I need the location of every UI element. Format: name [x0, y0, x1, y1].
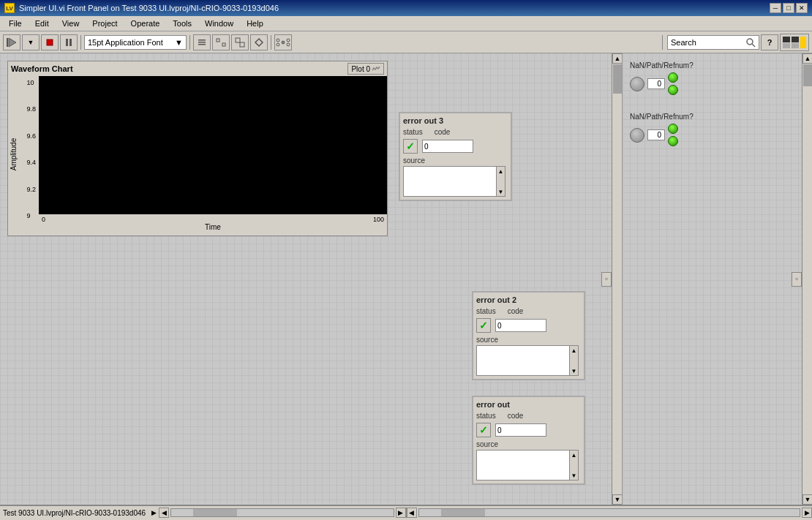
right-panel-divider[interactable]: = — [792, 272, 802, 287]
svg-rect-25 — [792, 43, 799, 48]
search-box[interactable] — [667, 35, 759, 50]
svg-rect-10 — [236, 38, 240, 42]
error-out-2-code-input[interactable] — [495, 319, 546, 332]
reorder-button[interactable] — [250, 34, 268, 50]
error-out-2-source-label: source — [476, 336, 581, 344]
menu-project[interactable]: Project — [86, 18, 123, 29]
menu-operate[interactable]: Operate — [125, 18, 166, 29]
error-out-3-values-row: ✓ — [403, 139, 508, 154]
error-out-3-code-input[interactable] — [422, 140, 473, 153]
menu-view[interactable]: View — [56, 18, 86, 29]
y-tick-9: 9 — [26, 212, 36, 219]
x-tick-100: 100 — [373, 216, 384, 223]
error-out-code-input[interactable] — [495, 423, 546, 437]
right-panel-v-scrollbar[interactable]: ▲ ▼ — [802, 53, 812, 505]
error-out-code-label: code — [508, 412, 524, 420]
error-out-scroll-down[interactable]: ▼ — [570, 471, 578, 480]
h-scroll-left-2[interactable]: ◀ — [407, 508, 417, 518]
canvas-scroll-up[interactable]: ▲ — [612, 53, 622, 64]
canvas-scroll-down[interactable]: ▼ — [612, 494, 622, 505]
svg-rect-8 — [217, 39, 219, 42]
error-out-3-source-box[interactable]: ▲ ▼ — [403, 166, 505, 197]
maximize-button[interactable]: □ — [783, 3, 794, 13]
font-name: 15pt Application Font — [88, 38, 163, 47]
plot-icon — [372, 64, 380, 73]
svg-point-19 — [747, 39, 753, 45]
abort-button[interactable] — [41, 34, 59, 50]
menu-window[interactable]: Window — [199, 18, 239, 29]
menu-file[interactable]: File — [3, 18, 28, 29]
svg-rect-5 — [198, 39, 206, 41]
svg-rect-24 — [783, 43, 790, 48]
error-out-scrollbar[interactable]: ▲ ▼ — [569, 451, 578, 480]
svg-rect-26 — [800, 37, 806, 48]
chart-body: Amplitude 10 9.8 9.6 9.4 9.2 9 — [8, 76, 387, 233]
run-arrow-button[interactable]: ▼ — [22, 34, 40, 50]
error-out-scroll-track — [570, 459, 578, 471]
error-out-2-scrollbar[interactable]: ▲ ▼ — [569, 346, 578, 375]
error-out-2-scroll-up[interactable]: ▲ — [570, 346, 578, 355]
menu-edit[interactable]: Edit — [29, 18, 55, 29]
x-axis-label: Time — [39, 223, 387, 231]
error-out-3-scroll-down[interactable]: ▼ — [497, 187, 505, 196]
minimize-button[interactable]: ─ — [770, 3, 781, 13]
nan-panel-1-knob[interactable] — [630, 77, 644, 91]
y-tick-96: 9.6 — [26, 132, 36, 140]
close-button[interactable]: ✕ — [796, 3, 808, 13]
pause-button[interactable] — [60, 34, 78, 50]
right-panel-scroll-down[interactable]: ▼ — [802, 494, 812, 505]
h-scroll-right-2[interactable]: ▶ — [802, 508, 812, 518]
run-button[interactable] — [3, 34, 20, 50]
error-out-scroll-up[interactable]: ▲ — [570, 451, 578, 459]
error-out-2-scroll-down[interactable]: ▼ — [570, 366, 578, 375]
svg-rect-3 — [66, 39, 68, 46]
help-button[interactable]: ? — [761, 34, 778, 50]
font-dropdown-arrow[interactable]: ▼ — [175, 38, 183, 47]
canvas-h-divider[interactable]: = — [601, 272, 612, 287]
nan-panel-2-led-1 — [668, 124, 678, 134]
right-panel-scroll-up[interactable]: ▲ — [802, 53, 812, 64]
path-arrow[interactable]: ▶ — [149, 508, 159, 518]
error-out-2-status-label: status — [476, 307, 496, 315]
nan-panel-2-leds — [668, 124, 678, 146]
y-axis-label: Amplitude — [10, 138, 18, 170]
h-scroll-track-right[interactable] — [418, 508, 801, 517]
chart-plot — [39, 76, 387, 214]
plot-button[interactable]: Plot 0 — [347, 63, 384, 75]
error-out-2-scroll-track — [570, 355, 578, 366]
nan-panel-1-row: 0 — [630, 72, 693, 95]
y-ticks: 10 9.8 9.6 9.4 9.2 9 — [26, 79, 36, 219]
right-panel: NaN/Path/Refnum? 0 NaN/Path/Refnum? 0 — [622, 53, 812, 505]
font-select[interactable]: 15pt Application Font ▼ — [84, 35, 187, 50]
snap-button[interactable] — [274, 34, 292, 50]
h-scroll-track-left[interactable] — [170, 508, 394, 517]
menu-tools[interactable]: Tools — [167, 18, 198, 29]
svg-rect-7 — [198, 44, 206, 45]
error-out-3-scroll-up[interactable]: ▲ — [497, 167, 505, 176]
align-button[interactable] — [193, 34, 211, 50]
h-scroll-left[interactable]: ◀ — [159, 508, 169, 518]
chart-bottom: 0 100 Time — [39, 214, 387, 233]
right-panel-scroll-thumb — [803, 64, 812, 86]
distribute-button[interactable] — [212, 34, 230, 50]
search-input[interactable] — [671, 38, 744, 47]
y-tick-98: 9.8 — [26, 105, 36, 113]
error-out-2-status-indicator: ✓ — [476, 318, 491, 333]
error-out-3-scrollbar[interactable]: ▲ ▼ — [496, 167, 505, 196]
window-title: Simpler UI.vi Front Panel on Test 9033 U… — [19, 4, 279, 12]
resize-button[interactable] — [231, 34, 249, 50]
nan-panel-1: NaN/Path/Refnum? 0 — [630, 61, 693, 95]
error-out-2-source-box[interactable]: ▲ ▼ — [476, 345, 579, 376]
toolbar: ▼ 15pt Application Font ▼ — [0, 31, 812, 53]
h-scroll-right[interactable]: ▶ — [396, 508, 406, 518]
svg-rect-4 — [69, 39, 72, 46]
error-out-2-code-label: code — [508, 307, 524, 315]
error-out-source-box[interactable]: ▲ ▼ — [476, 450, 579, 481]
canvas-area[interactable]: Waveform Chart Plot 0 Amplitude 10 9.8 9… — [0, 53, 622, 505]
canvas-v-scrollbar[interactable]: ▲ ▼ — [612, 53, 622, 505]
y-tick-10: 10 — [26, 79, 36, 86]
plot-label: Plot 0 — [351, 65, 370, 73]
nan-panel-2-knob[interactable] — [630, 128, 644, 143]
error-out-panel: error out status code ✓ source ▲ ▼ — [472, 396, 585, 485]
menu-help[interactable]: Help — [241, 18, 269, 29]
